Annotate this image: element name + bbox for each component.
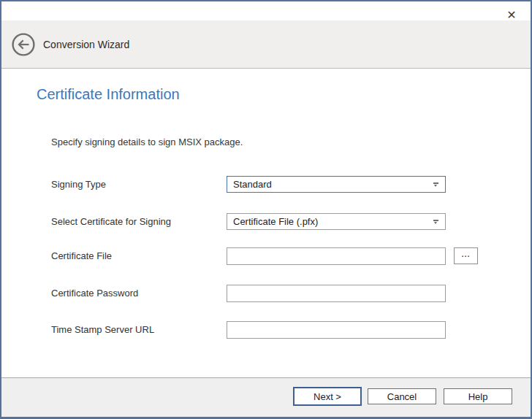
certificate-password-row: Certificate Password <box>1 285 531 302</box>
signing-type-value: Standard <box>233 179 433 190</box>
timestamp-url-input[interactable] <box>227 321 446 339</box>
page-title: Certificate Information <box>37 86 180 103</box>
signing-type-label: Signing Type <box>51 176 106 193</box>
cancel-button[interactable]: Cancel <box>368 388 436 404</box>
wizard-title: Conversion Wizard <box>43 39 129 50</box>
certificate-password-label: Certificate Password <box>51 285 138 301</box>
signing-type-row: Signing Type Standard <box>1 176 531 193</box>
certificate-file-label: Certificate File <box>51 247 112 264</box>
timestamp-url-row: Time Stamp Server URL <box>1 321 531 339</box>
signing-type-dropdown[interactable]: Standard <box>227 176 446 193</box>
browse-button[interactable]: ... <box>454 247 478 264</box>
next-button[interactable]: Next > <box>293 387 362 406</box>
footer-bar: Next > Cancel Help <box>1 377 531 417</box>
page-description: Specify signing details to sign MSIX pac… <box>51 137 243 147</box>
certificate-source-row: Select Certificate for Signing Certifica… <box>1 213 531 231</box>
certificate-source-label: Select Certificate for Signing <box>51 213 171 230</box>
certificate-source-value: Certificate File (.pfx) <box>233 216 433 227</box>
certificate-file-input[interactable] <box>227 247 446 265</box>
chevron-down-icon <box>433 219 439 224</box>
wizard-header: Conversion Wizard <box>1 20 531 69</box>
certificate-file-row: Certificate File ... <box>1 247 531 265</box>
timestamp-url-label: Time Stamp Server URL <box>51 321 154 338</box>
certificate-password-input[interactable] <box>227 285 446 302</box>
back-button[interactable] <box>12 33 35 56</box>
conversion-wizard-window: ✕ Conversion Wizard Certificate Informat… <box>0 0 532 419</box>
titlebar: ✕ <box>1 1 531 20</box>
chevron-down-icon <box>433 182 439 187</box>
back-arrow-icon <box>13 34 34 55</box>
help-button[interactable]: Help <box>444 388 512 404</box>
certificate-source-dropdown[interactable]: Certificate File (.pfx) <box>227 213 446 230</box>
